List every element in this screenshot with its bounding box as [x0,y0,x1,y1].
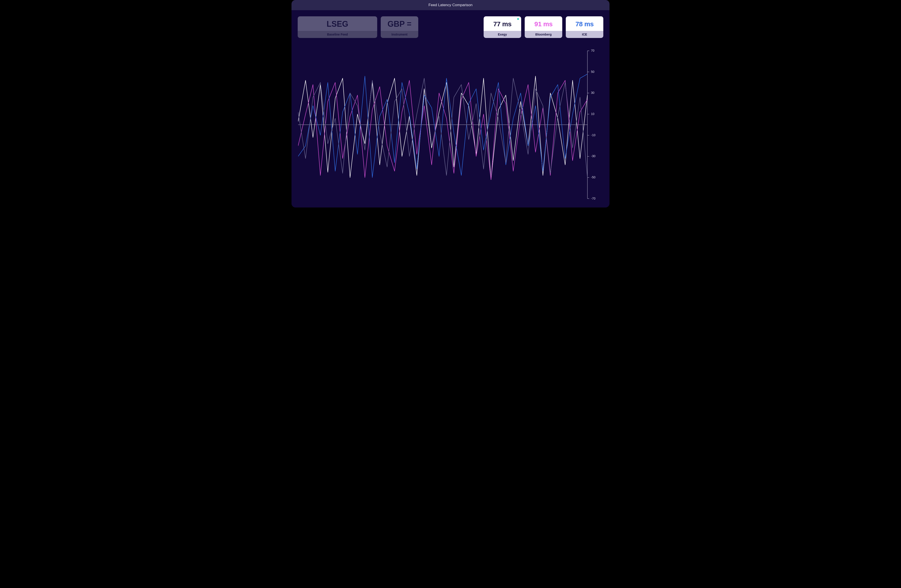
baseline-feed-card[interactable]: LSEG Baseline Feed [298,16,377,38]
svg-text:-30: -30 [591,154,595,158]
feed-name-label: Exegy [484,31,521,38]
baseline-feed-label: Baseline Feed [298,31,377,38]
feed-latency-value: 91 ms [525,16,562,31]
feed-latency-value: 77 ms [484,16,521,31]
svg-text:30: 30 [591,91,594,95]
instrument-label: Instrument [381,31,418,38]
feed-card-bloomberg[interactable]: 91 ms Bloomberg [525,16,562,38]
feed-card-exegy[interactable]: 77 ms Exegy [484,16,521,38]
svg-text:10: 10 [591,112,594,116]
instrument-card[interactable]: GBP = Instrument [381,16,418,38]
feed-name-label: Bloomberg [525,31,562,38]
latency-chart: 70503010-10-30-50-70 [298,48,603,201]
svg-text:-10: -10 [591,133,595,137]
feed-card-ice[interactable]: 78 ms ICE [566,16,603,38]
latency-chart-svg: 70503010-10-30-50-70 [298,48,603,201]
svg-text:50: 50 [591,70,594,73]
latency-panel: Feed Latency Comparison LSEG Baseline Fe… [292,0,610,207]
baseline-feed-value: LSEG [298,16,377,31]
svg-text:70: 70 [591,49,594,52]
svg-text:-70: -70 [591,197,595,200]
instrument-value: GBP = [381,16,418,31]
svg-text:-50: -50 [591,176,595,179]
panel-title: Feed Latency Comparison [292,0,610,10]
feed-name-label: ICE [566,31,603,38]
feed-latency-value: 78 ms [566,16,603,31]
live-indicator-icon [517,18,519,20]
card-row: LSEG Baseline Feed GBP = Instrument 77 m… [292,10,610,38]
